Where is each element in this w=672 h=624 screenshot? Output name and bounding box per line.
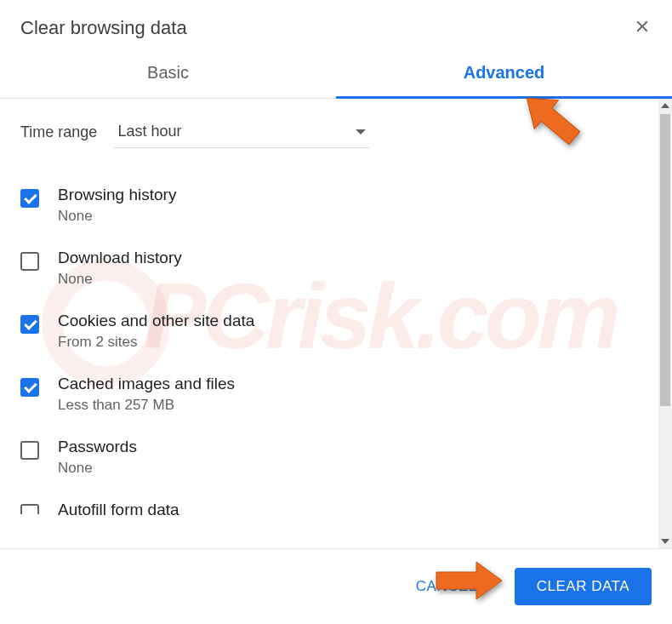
time-range-row: Time range Last hour xyxy=(20,116,638,148)
item-passwords: Passwords None xyxy=(20,426,638,489)
item-label: Browsing history xyxy=(58,186,638,204)
scroll-down-icon[interactable] xyxy=(658,535,672,548)
scroll-up-icon[interactable] xyxy=(658,99,672,112)
time-range-value: Last hour xyxy=(117,123,181,140)
item-sub: None xyxy=(58,271,638,288)
scrollbar-thumb[interactable] xyxy=(660,114,670,406)
time-range-dropdown[interactable]: Last hour xyxy=(114,116,369,148)
item-sub: From 2 sites xyxy=(58,334,638,351)
close-icon[interactable] xyxy=(633,17,652,39)
item-cookies: Cookies and other site data From 2 sites xyxy=(20,300,638,363)
checkbox-browsing-history[interactable] xyxy=(20,189,39,208)
dialog-footer: CANCEL CLEAR DATA xyxy=(0,548,672,624)
dialog-header: Clear browsing data xyxy=(0,0,672,48)
clear-data-button[interactable]: CLEAR DATA xyxy=(515,568,652,605)
item-browsing-history: Browsing history None xyxy=(20,174,638,237)
checkbox-passwords[interactable] xyxy=(20,441,39,460)
item-sub: None xyxy=(58,460,638,477)
checkbox-cookies[interactable] xyxy=(20,315,39,334)
item-label: Autofill form data xyxy=(58,501,638,519)
item-label: Passwords xyxy=(58,438,638,456)
item-label: Download history xyxy=(58,249,638,267)
tabs: Basic Advanced xyxy=(0,48,672,99)
checkbox-autofill[interactable] xyxy=(20,504,39,514)
item-label: Cached images and files xyxy=(58,375,638,393)
scrollbar[interactable] xyxy=(658,99,672,548)
item-sub: None xyxy=(58,208,638,225)
item-download-history: Download history None xyxy=(20,237,638,300)
dialog-title: Clear browsing data xyxy=(20,17,187,39)
tab-advanced[interactable]: Advanced xyxy=(336,48,672,98)
item-autofill: Autofill form data xyxy=(20,489,638,535)
tab-basic[interactable]: Basic xyxy=(0,48,336,98)
checkbox-download-history[interactable] xyxy=(20,252,39,271)
cancel-button[interactable]: CANCEL xyxy=(394,568,499,605)
item-sub: Less than 257 MB xyxy=(58,397,638,414)
chevron-down-icon xyxy=(356,129,366,135)
dialog-content: PCrisk.com Time range Last hour Browsing… xyxy=(0,99,658,548)
item-cached: Cached images and files Less than 257 MB xyxy=(20,363,638,426)
time-range-label: Time range xyxy=(20,123,97,141)
checkbox-cached[interactable] xyxy=(20,378,39,397)
clear-browsing-data-dialog: Clear browsing data Basic Advanced PCris… xyxy=(0,0,672,624)
item-label: Cookies and other site data xyxy=(58,312,638,330)
